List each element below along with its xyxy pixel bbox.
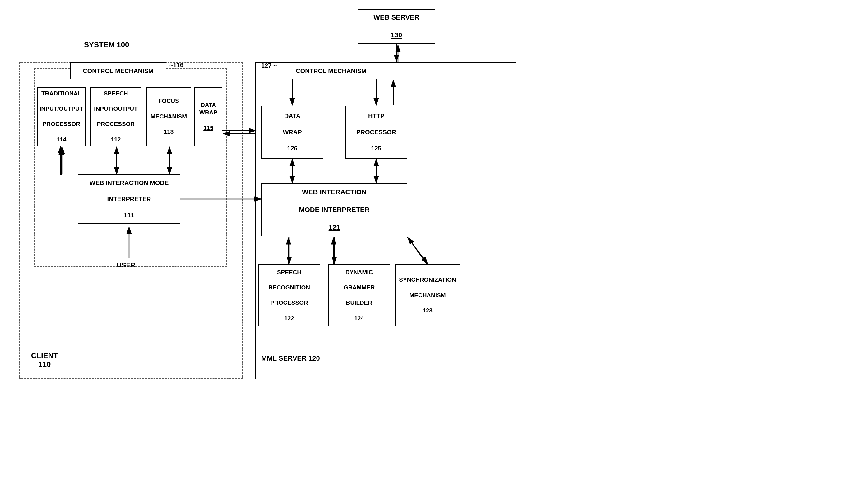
- web-interaction-client-box: WEB INTERACTION MODE INTERPRETER 111: [78, 174, 180, 224]
- control-mechanism-server-label-box: CONTROL MECHANISM: [280, 62, 382, 79]
- web-server-box: WEB SERVER 130: [358, 9, 435, 43]
- system-100-label: SYSTEM 100: [84, 40, 129, 49]
- data-wrap-client-box: DATA WRAP 115: [194, 87, 222, 146]
- mml-server-label: MML SERVER 120: [261, 354, 320, 363]
- http-processor-box: HTTP PROCESSOR 125: [345, 106, 407, 159]
- control-mechanism-client-label-box: CONTROL MECHANISM: [70, 62, 166, 79]
- data-wrap-server-box: DATA WRAP 126: [261, 106, 323, 159]
- synchronization-box: SYNCHRONIZATION MECHANISM 123: [395, 264, 460, 326]
- client-label: CLIENT 110: [31, 351, 58, 369]
- control-mechanism-server-num: 127 ~: [261, 62, 277, 69]
- web-interaction-server-box: WEB INTERACTION MODE INTERPRETER 121: [261, 183, 407, 236]
- speech-recognition-box: SPEECH RECOGNITION PROCESSOR 122: [258, 264, 320, 326]
- control-mechanism-client-num: ~116: [169, 62, 183, 69]
- speech-io-box: SPEECH INPUT/OUTPUT PROCESSOR 112: [90, 87, 141, 146]
- focus-mechanism-box: FOCUS MECHANISM 113: [146, 87, 191, 146]
- dynamic-grammar-box: DYNAMIC GRAMMER BUILDER 124: [328, 264, 390, 326]
- diagram: SYSTEM 100 CLIENT 110 CONTROL MECHANISM …: [0, 0, 861, 504]
- traditional-io-box: TRADITIONAL INPUT/OUTPUT PROCESSOR 114: [37, 87, 85, 146]
- user-label: USER: [117, 261, 136, 269]
